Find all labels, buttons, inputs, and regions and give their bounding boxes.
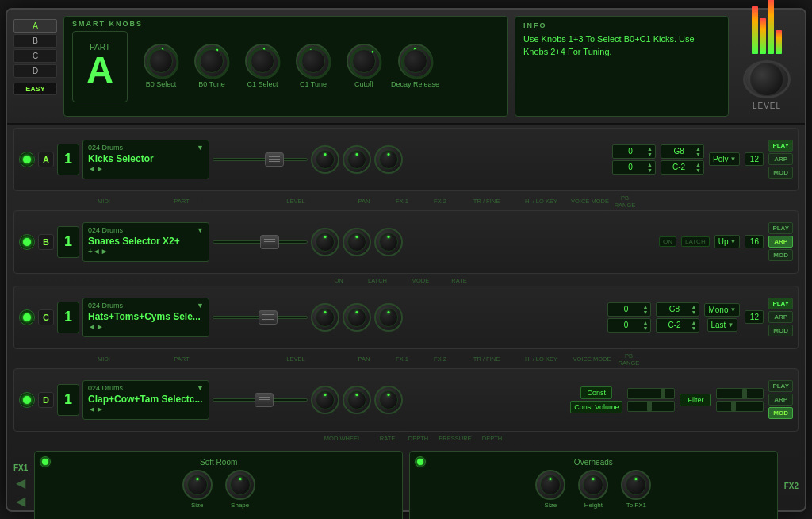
strip-b-rate[interactable]: 16	[745, 235, 764, 248]
strip-b-part-arrows[interactable]: +◄►	[88, 247, 204, 256]
strip-d-volume[interactable]: Const Volume	[570, 401, 622, 413]
strip-b-pan-group	[311, 228, 339, 256]
part-btn-easy[interactable]: EASY	[13, 83, 57, 95]
knob-group-decay: Decay Release	[391, 44, 439, 89]
strip-a-lo-key[interactable]: C-2 ▲▼	[661, 160, 704, 175]
strip-c-fader[interactable]	[213, 298, 308, 337]
strip-c-arp-btn[interactable]: ARP	[768, 311, 793, 323]
strip-a-fx1-group	[343, 145, 371, 174]
strip-a-dropdown-arrow[interactable]: ▼	[197, 144, 204, 152]
strip-b-buttons: PLAY ARP MOD	[768, 222, 793, 261]
strip-d-power[interactable]	[19, 392, 35, 408]
strip-a-part-arrows[interactable]: ◄►	[88, 164, 204, 173]
strip-a-voicemode[interactable]: Poly ▼	[709, 152, 740, 166]
strip-c-part[interactable]: 024 Drums ▼ Hats+Toms+Cyms Sele... ◄►	[82, 298, 209, 337]
strip-b-fx2-knob[interactable]	[374, 228, 403, 256]
knob-b0tune[interactable]	[194, 44, 229, 79]
strip-c-mod-btn[interactable]: MOD	[768, 325, 793, 336]
knob-cutoff[interactable]	[347, 44, 381, 79]
strip-d-pan-knob[interactable]	[311, 386, 339, 414]
strip-d-filtdepth-slider[interactable]	[716, 401, 764, 412]
strip-c-voicesub[interactable]: Last ▼	[707, 318, 738, 332]
strip-d-dropdown-arrow[interactable]: ▼	[197, 384, 204, 392]
strip-d-const[interactable]: Const	[580, 386, 612, 399]
knob-decay[interactable]	[398, 44, 433, 79]
strip-b-power[interactable]	[19, 234, 35, 250]
strip-c-pbrange[interactable]: 12	[745, 310, 764, 324]
part-btn-c[interactable]: C	[13, 49, 57, 63]
strip-d-pressure-slider[interactable]	[716, 388, 764, 399]
strip-d-rate-slider[interactable]	[627, 388, 675, 399]
strip-b-mod-btn[interactable]: MOD	[768, 249, 793, 261]
strip-a-part[interactable]: 024 Drums ▼ Kicks Selector ◄►	[82, 140, 209, 179]
strip-d-fader[interactable]	[213, 380, 308, 420]
fx2-size-knob[interactable]	[535, 470, 565, 500]
strip-d-part-arrows[interactable]: ◄►	[88, 405, 204, 413]
fx2-height-group: Height	[578, 470, 608, 509]
part-btn-d[interactable]: D	[13, 64, 57, 78]
strip-c-play-btn[interactable]: PLAY	[768, 298, 793, 309]
strip-a-tr-top[interactable]: 0 ▲▼	[612, 144, 656, 159]
strip-c-voicemode-group: Mono ▼ Last ▼	[704, 303, 740, 332]
fx2-tofx1-knob[interactable]	[621, 470, 651, 500]
strip-b-part[interactable]: 024 Drums ▼ Snares Selector X2+ +◄►	[82, 222, 209, 262]
knob-b0select[interactable]	[144, 44, 178, 79]
strip-b-mode[interactable]: Up ▼	[714, 235, 741, 248]
strip-c-part-arrows[interactable]: ◄►	[88, 322, 204, 331]
strip-b-fader[interactable]	[213, 222, 308, 262]
strip-c-hi-key[interactable]: G8 ▲▼	[656, 302, 699, 317]
strip-c-fx1-group	[343, 303, 371, 332]
strip-c-pan-knob[interactable]	[311, 303, 339, 332]
strip-a-power[interactable]	[19, 152, 35, 167]
strip-a-fx1-knob[interactable]	[343, 145, 371, 174]
strip-c-fx2-knob[interactable]	[374, 303, 403, 332]
fx1-size-group: Size	[182, 470, 213, 509]
strip-d-part[interactable]: 024 Drums ▼ Clap+Cow+Tam Selectc... ◄►	[82, 380, 209, 420]
strip-a-tr-bot[interactable]: 0 ▲▼	[612, 160, 656, 175]
strip-a-hi-key[interactable]: G8 ▲▼	[661, 144, 704, 159]
strip-a-mod-btn[interactable]: MOD	[768, 167, 793, 179]
knob-c1tune[interactable]	[296, 44, 331, 79]
strip-c-right: 0 ▲▼ 0 ▲▼ G8 ▲▼ C-2 ▲▼	[607, 298, 793, 336]
strip-c-lo-key[interactable]: C-2 ▲▼	[656, 318, 699, 333]
strip-a-pbrange[interactable]: 12	[745, 152, 764, 166]
strip-c-tr-top[interactable]: 0 ▲▼	[607, 302, 651, 317]
knob-c1select[interactable]	[245, 44, 280, 79]
strip-b-play-btn[interactable]: PLAY	[768, 222, 793, 234]
strip-a-pan-group	[311, 145, 339, 174]
strip-d-mod-btn[interactable]: MOD	[768, 407, 793, 419]
strip-c-voicemode[interactable]: Mono ▼	[704, 303, 740, 317]
strip-d-arp-btn[interactable]: ARP	[768, 394, 793, 406]
fx2-height-knob[interactable]	[578, 470, 608, 500]
part-btn-a[interactable]: A	[13, 19, 57, 33]
strip-b-fx1-knob[interactable]	[343, 228, 371, 256]
fx1-side-label: FX1	[13, 463, 28, 472]
strip-d-play-btn[interactable]: PLAY	[768, 380, 793, 392]
fx1-power[interactable]	[40, 456, 51, 467]
strip-a-pan-knob[interactable]	[311, 145, 339, 174]
strip-b-dropdown-arrow[interactable]: ▼	[197, 226, 204, 234]
strip-b-pan-knob[interactable]	[311, 228, 339, 256]
strip-d-fx2-knob[interactable]	[374, 386, 403, 414]
strip-c-tr-bot[interactable]: 0 ▲▼	[607, 318, 651, 333]
strip-a-fader[interactable]	[213, 140, 308, 179]
strip-d-filter[interactable]: Filter	[680, 394, 711, 406]
fx1-shape-knob[interactable]	[225, 470, 255, 500]
strip-b-on[interactable]: ON	[659, 236, 676, 247]
part-btn-b[interactable]: B	[13, 34, 57, 48]
strip-c-fx1-knob[interactable]	[343, 303, 371, 332]
strip-d-depth-slider[interactable]	[627, 401, 675, 412]
strip-c-dropdown-arrow[interactable]: ▼	[197, 302, 204, 309]
strip-b-arp-btn[interactable]: ARP	[768, 236, 793, 248]
level-knob[interactable]	[743, 60, 791, 98]
strip-a-arp-btn[interactable]: ARP	[768, 153, 793, 165]
fx2-power[interactable]	[415, 456, 426, 467]
strip-a-midi: 1	[57, 144, 79, 175]
strip-c-power[interactable]	[19, 309, 35, 325]
knob-b0select-label: B0 Select	[146, 80, 177, 89]
strip-b-latch[interactable]: LATCH	[681, 236, 710, 247]
strip-d-fx1-knob[interactable]	[343, 386, 371, 414]
fx1-size-knob[interactable]	[182, 470, 213, 500]
strip-a-fx2-knob[interactable]	[374, 145, 403, 174]
strip-a-play-btn[interactable]: PLAY	[768, 140, 793, 152]
